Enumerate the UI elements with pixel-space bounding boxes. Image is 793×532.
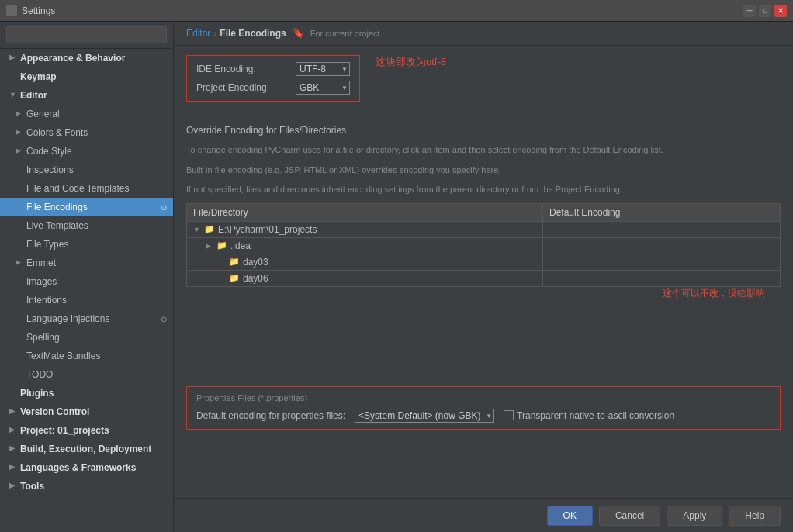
minimize-button[interactable]: ─	[743, 5, 756, 17]
tree-arrow	[218, 275, 226, 282]
sidebar-item-file-and-code-templates[interactable]: File and Code Templates	[0, 179, 173, 198]
expand-arrow: ▶	[16, 109, 23, 119]
breadcrumb-separator: ›	[213, 28, 216, 39]
project-encoding-select[interactable]: GBK	[296, 81, 350, 95]
sidebar-item-tools[interactable]: ▶ Tools	[0, 477, 173, 496]
expand-arrow	[16, 313, 23, 324]
search-input[interactable]	[6, 26, 167, 43]
sync-icon2: ⊙	[161, 313, 167, 325]
transparent-conversion-checkbox[interactable]: Transparent native-to-ascii conversion	[504, 410, 674, 421]
sidebar-label: Tools	[20, 479, 44, 493]
sidebar-label: Version Control	[20, 405, 89, 419]
ide-encoding-select-wrapper: UTF-8	[296, 62, 350, 76]
sidebar-item-emmet[interactable]: ▶ Emmet	[0, 254, 173, 272]
sidebar-label: Images	[26, 275, 57, 288]
sidebar-label: Colors & Fonts	[26, 126, 88, 140]
sidebar-item-spelling[interactable]: Spelling	[0, 328, 173, 347]
table-row[interactable]: ▶ 📁 .idea	[187, 237, 781, 254]
sidebar-label: Inspections	[26, 163, 74, 177]
tree-cell-root: ▼ 📁 E:\Pycharm\01_projects	[187, 221, 543, 237]
sidebar-item-textmate-bundles[interactable]: TextMate Bundles	[0, 347, 173, 365]
folder-icon: 📁	[216, 240, 227, 250]
expand-arrow: ▶	[9, 462, 17, 473]
breadcrumb-parent[interactable]: Editor	[186, 28, 210, 39]
sidebar-item-plugins[interactable]: Plugins	[0, 384, 173, 402]
sidebar-item-inspections[interactable]: Inspections	[0, 161, 173, 179]
close-button[interactable]: ✕	[774, 5, 787, 17]
table-row[interactable]: 📁 day06	[187, 270, 781, 286]
sidebar-label: General	[26, 107, 60, 121]
title-bar-left: Settings	[6, 5, 55, 16]
expand-arrow: ▶	[9, 425, 17, 436]
properties-title: Properties Files (*.properties)	[196, 393, 770, 402]
sidebar-item-version-control[interactable]: ▶ Version Control	[0, 402, 173, 421]
ok-button[interactable]: OK	[547, 506, 593, 526]
sidebar-item-file-encodings[interactable]: File Encodings ⊙	[0, 198, 173, 216]
sidebar-item-appearance[interactable]: ▶ Appearance & Behavior	[0, 49, 173, 67]
ide-encoding-label: IDE Encoding:	[196, 64, 289, 74]
expand-arrow	[16, 295, 23, 306]
maximize-button[interactable]: □	[759, 5, 771, 17]
chinese-note-properties: 这个可以不改，没啥影响	[663, 287, 765, 300]
sidebar-item-keymap[interactable]: Keymap	[0, 67, 173, 86]
sidebar: ▶ Appearance & Behavior Keymap ▼ Editor …	[0, 22, 174, 532]
tree-arrow: ▼	[193, 226, 201, 233]
folder-icon: 📁	[229, 257, 240, 267]
help-button[interactable]: Help	[729, 506, 781, 526]
sidebar-item-live-templates[interactable]: Live Templates	[0, 216, 173, 235]
override-section-title: Override Encoding for Files/Directories	[186, 125, 781, 136]
sidebar-label: Emmet	[26, 256, 56, 270]
tree-encoding-root	[543, 221, 781, 237]
expand-arrow	[16, 164, 23, 175]
title-bar-controls: ─ □ ✕	[743, 5, 787, 17]
ide-encoding-select[interactable]: UTF-8	[296, 62, 350, 76]
tree-encoding-day03	[543, 254, 781, 270]
project-encoding-select-wrapper: GBK	[296, 81, 350, 95]
content-area: ▶ Appearance & Behavior Keymap ▼ Editor …	[0, 22, 793, 532]
breadcrumb-current: File Encodings	[220, 28, 286, 39]
expand-arrow: ▼	[9, 90, 17, 101]
apply-button[interactable]: Apply	[667, 506, 722, 526]
sidebar-item-code-style[interactable]: ▶ Code Style	[0, 142, 173, 161]
expand-arrow: ▶	[16, 146, 23, 157]
sidebar-item-colors-fonts[interactable]: ▶ Colors & Fonts	[0, 123, 173, 142]
expand-arrow: ▶	[9, 406, 17, 417]
table-header-encoding: Default Encoding	[543, 203, 781, 221]
cancel-button[interactable]: Cancel	[599, 506, 660, 526]
sidebar-label: Language Injections	[26, 312, 109, 326]
sidebar-item-project[interactable]: ▶ Project: 01_projects	[0, 421, 173, 440]
tree-arrow: ▶	[206, 242, 213, 250]
sidebar-item-todo[interactable]: TODO	[0, 365, 173, 384]
tree-label: day03	[243, 257, 268, 268]
tree-label: .idea	[230, 240, 251, 251]
sidebar-item-images[interactable]: Images	[0, 272, 173, 291]
expand-arrow: ▶	[9, 481, 17, 492]
sidebar-item-build-exec[interactable]: ▶ Build, Execution, Deployment	[0, 440, 173, 458]
sidebar-item-editor[interactable]: ▼ Editor	[0, 86, 173, 105]
settings-icon	[6, 5, 17, 16]
sidebar-label: Appearance & Behavior	[20, 51, 125, 65]
sidebar-item-general[interactable]: ▶ General	[0, 105, 173, 123]
properties-encoding-select[interactable]: <System Default> (now GBK)	[355, 409, 494, 423]
sidebar-item-language-injections[interactable]: Language Injections ⊙	[0, 309, 173, 328]
properties-label: Default encoding for properties files:	[196, 410, 345, 421]
expand-arrow	[16, 220, 23, 231]
sync-icon: ⊙	[161, 202, 167, 213]
table-row[interactable]: 📁 day03	[187, 254, 781, 270]
sidebar-item-file-types[interactable]: File Types	[0, 235, 173, 254]
tree-encoding-idea	[543, 237, 781, 254]
table-row[interactable]: ▼ 📁 E:\Pycharm\01_projects	[187, 221, 781, 237]
properties-wrapper: 这个可以不改，没啥影响 Properties Files (*.properti…	[186, 287, 781, 430]
sidebar-label: Plugins	[20, 386, 54, 400]
panel-content: IDE Encoding: UTF-8 Project Encoding:	[174, 46, 793, 498]
table-header-file: File/Directory	[187, 203, 543, 221]
sidebar-label: File and Code Templates	[26, 181, 130, 195]
sidebar-item-intentions[interactable]: Intentions	[0, 291, 173, 309]
main-container: ▶ Appearance & Behavior Keymap ▼ Editor …	[0, 22, 793, 532]
encoding-section: IDE Encoding: UTF-8 Project Encoding:	[186, 55, 360, 102]
sidebar-label: Keymap	[20, 70, 57, 84]
sidebar-item-languages[interactable]: ▶ Languages & Frameworks	[0, 458, 173, 477]
sidebar-label: Spelling	[26, 330, 60, 344]
project-encoding-row: Project Encoding: GBK	[196, 81, 350, 95]
properties-encoding-select-wrapper: <System Default> (now GBK)	[355, 409, 494, 423]
